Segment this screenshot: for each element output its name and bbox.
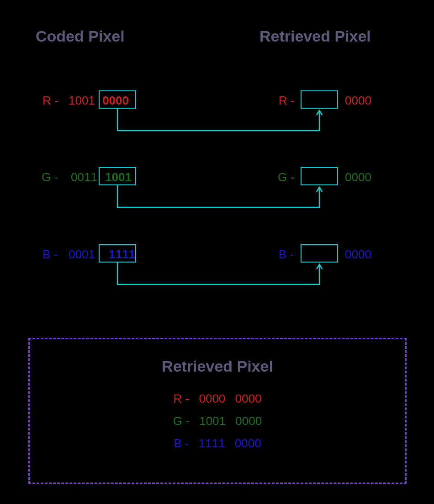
header-retrieved-pixel: Retrieved Pixel (259, 27, 371, 45)
result-g-line: G - 1001 0000 (30, 414, 405, 428)
result-r-low: 0000 (235, 392, 262, 405)
arrow-g (116, 184, 327, 216)
result-r-line: R - 0000 0000 (30, 392, 405, 406)
result-b-line: B - 1111 0000 (30, 436, 405, 451)
result-r-high: 0000 (199, 392, 225, 405)
r-coded-low: 0000 (102, 94, 129, 108)
label-b-right: B - (279, 247, 294, 262)
result-b-label: B - (174, 436, 189, 450)
result-g-high: 1001 (199, 414, 226, 428)
b-coded-high: 0001 (69, 247, 95, 262)
result-r-label: R - (174, 392, 190, 405)
label-g-right: G - (278, 170, 294, 184)
label-g-left: G - (42, 170, 58, 184)
label-r-left: R - (42, 94, 58, 108)
result-g-label: G - (173, 414, 190, 428)
r-coded-high: 1001 (69, 94, 95, 108)
box-r-retrieved-high (301, 90, 338, 109)
g-retrieved-pad: 0000 (345, 170, 371, 184)
result-b-low: 0000 (235, 436, 261, 450)
r-retrieved-pad: 0000 (345, 94, 371, 108)
result-title: Retrieved Pixel (30, 357, 405, 375)
label-r-right: R - (279, 94, 295, 108)
box-g-retrieved-high (301, 167, 338, 185)
g-coded-low: 1001 (105, 170, 132, 184)
label-b-left: B - (42, 247, 58, 262)
result-panel: Retrieved Pixel R - 0000 0000 G - 1001 0… (28, 338, 407, 484)
box-b-retrieved-high (301, 244, 338, 262)
arrow-b (116, 262, 327, 294)
g-coded-high: 0011 (71, 170, 97, 184)
result-b-high: 1111 (199, 436, 225, 450)
b-retrieved-pad: 0000 (345, 247, 371, 262)
b-coded-low: 1111 (109, 247, 135, 262)
header-coded-pixel: Coded Pixel (36, 27, 125, 45)
result-g-low: 0000 (235, 414, 262, 428)
arrow-r (116, 108, 327, 140)
